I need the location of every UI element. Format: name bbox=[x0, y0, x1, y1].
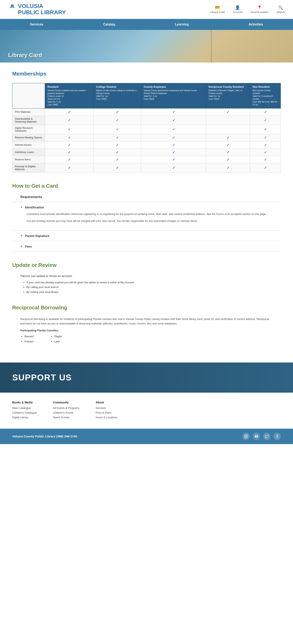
table-row-label: Reserve Items bbox=[12, 156, 45, 163]
footer-link-teens-events[interactable]: Teens' Events bbox=[53, 416, 79, 419]
table-row-label: Interlibrary Loans bbox=[12, 148, 45, 156]
counties-list-2: FlaglerLake bbox=[54, 334, 62, 344]
twitter-icon[interactable] bbox=[263, 433, 270, 440]
update-list-item-1: If your card has already expired you wil… bbox=[26, 280, 281, 285]
checkmark-icon: ✓ bbox=[68, 150, 70, 154]
table-cell-resident: ✓ bbox=[45, 134, 94, 141]
logo[interactable]: VOLUSIA PUBLIC LIBRARY bbox=[8, 3, 66, 16]
support-us-section: SUPPORT US bbox=[0, 362, 293, 393]
search-label: Search bbox=[276, 10, 285, 14]
table-cell-college: ✓ bbox=[94, 163, 141, 172]
accordion-fees[interactable]: + Fees bbox=[12, 241, 281, 252]
memberships-title: Memberships bbox=[12, 71, 281, 77]
footer-link-digital-library[interactable]: Digital Library bbox=[12, 416, 36, 419]
membership-table: Resident Volusia County residents and no… bbox=[12, 83, 281, 172]
update-list: If your card has already expired you wil… bbox=[12, 280, 281, 294]
table-cell-nonresident: ✓ bbox=[250, 116, 281, 125]
checkmark-icon: ✓ bbox=[68, 128, 70, 131]
table-cell-reciprocal: ✓ bbox=[206, 141, 250, 148]
checkmark-icon: ✓ bbox=[116, 158, 118, 162]
table-cell-reciprocal: ✓ bbox=[206, 108, 250, 116]
footer-link-all-events[interactable]: All Events & Programs bbox=[53, 406, 79, 410]
hours-location-nav[interactable]: 📍 Hours/Location bbox=[250, 5, 268, 14]
table-cell-county_employee: ✓ bbox=[141, 134, 206, 141]
instagram-icon[interactable] bbox=[242, 433, 250, 440]
footer-link-childrens-catalogue[interactable]: Children's Catalogue bbox=[12, 411, 36, 414]
checkmark-icon: ✓ bbox=[264, 136, 267, 140]
table-header-empty bbox=[12, 83, 45, 108]
checkmark-icon: ✓ bbox=[116, 143, 118, 147]
table-cell-college: ✓ bbox=[94, 134, 141, 141]
update-list-item-3: By visiting your local library bbox=[26, 290, 281, 294]
checkmark-icon: ✓ bbox=[227, 110, 229, 114]
search-nav[interactable]: 🔍 Search bbox=[276, 5, 285, 14]
checkmark-icon: ✓ bbox=[172, 136, 175, 140]
account-nav[interactable]: 👤 Account bbox=[233, 5, 242, 14]
table-row: Reserve Items✓✓✓✓✓ bbox=[12, 156, 281, 163]
footer-col-books-media: Books & Media Main Catalogue Children's … bbox=[12, 401, 36, 420]
activities-nav-item[interactable]: Activities bbox=[236, 19, 275, 30]
table-cell-county_employee: ✓ bbox=[141, 163, 206, 172]
site-header: VOLUSIA PUBLIC LIBRARY 💳 Library Card 👤 … bbox=[0, 0, 293, 19]
checkmark-icon: ✓ bbox=[264, 166, 267, 170]
table-cell-reciprocal bbox=[206, 116, 250, 125]
footer-col-community: Community All Events & Programs Children… bbox=[53, 401, 79, 420]
table-row-label: Print Materials bbox=[12, 108, 45, 116]
facebook-icon[interactable] bbox=[274, 433, 281, 440]
table-cell-nonresident: ✓ bbox=[250, 156, 281, 163]
table-cell-nonresident: ✓ bbox=[250, 163, 281, 172]
update-review-section: Update or Review Patrons can update or r… bbox=[12, 262, 281, 294]
checkmark-icon: ✓ bbox=[172, 128, 175, 131]
library-card-nav[interactable]: 💳 Library Card bbox=[210, 5, 225, 14]
checkmark-icon: ✓ bbox=[264, 110, 267, 114]
support-us-title: SUPPORT US bbox=[12, 373, 281, 382]
catalog-nav-item[interactable]: Catalog bbox=[91, 19, 127, 30]
footer-community-title: Community bbox=[53, 401, 79, 404]
table-cell-nonresident: ✓ bbox=[250, 148, 281, 156]
footer-link-main-catalogue[interactable]: Main Catalogue bbox=[12, 406, 36, 410]
accordion-identification-content: Customers must provide identification wh… bbox=[20, 210, 273, 227]
svg-point-5 bbox=[246, 435, 247, 436]
table-cell-college: ✓ bbox=[94, 148, 141, 156]
youtube-icon[interactable] bbox=[253, 433, 260, 440]
table-cell-resident: ✓ bbox=[45, 148, 94, 156]
table-cell-college: ✓ bbox=[94, 116, 141, 125]
footer-about-title: About bbox=[96, 401, 117, 404]
social-icons-group bbox=[242, 433, 281, 440]
checkmark-icon: ✓ bbox=[68, 118, 70, 122]
accordion-parent-signature[interactable]: + Parent Signature bbox=[12, 230, 281, 241]
footer-link-services[interactable]: Services bbox=[96, 406, 117, 410]
accordion-parent-signature-header[interactable]: + Parent Signature bbox=[20, 234, 273, 238]
accordion-plus-icon-3: + bbox=[20, 244, 22, 248]
table-row: Print Materials✓✓✓✓✓ bbox=[12, 108, 281, 116]
accordion-identification-header[interactable]: + Identification bbox=[20, 205, 273, 210]
services-nav-item[interactable]: Services bbox=[18, 19, 56, 30]
checkmark-icon: ✓ bbox=[116, 118, 118, 122]
checkmark-icon: ✓ bbox=[264, 128, 267, 131]
county-item: Putnam bbox=[24, 339, 34, 344]
table-cell-reciprocal: ✓ bbox=[206, 148, 250, 156]
search-icon: 🔍 bbox=[278, 5, 283, 10]
table-header-resident: Resident Volusia County residents and no… bbox=[45, 83, 94, 108]
checkmark-icon: ✓ bbox=[227, 166, 229, 170]
county-item: Flagler bbox=[54, 334, 62, 339]
accordion-fees-header[interactable]: + Fees bbox=[20, 244, 273, 248]
checkmark-icon: ✓ bbox=[227, 143, 229, 147]
table-row-label: Internet Access bbox=[12, 141, 45, 148]
accordion-identification[interactable]: + Identification Customers must provide … bbox=[12, 202, 281, 230]
footer-link-fees-fines[interactable]: Fees & Fines bbox=[96, 411, 117, 414]
table-cell-college: ✓ bbox=[94, 125, 141, 134]
footer-link-childrens-events[interactable]: Children's Events bbox=[53, 411, 79, 414]
table-cell-college: ✓ bbox=[94, 156, 141, 163]
learning-nav-item[interactable]: Learning bbox=[163, 19, 201, 30]
footer-link-hours-locations[interactable]: Hours & Locations bbox=[96, 416, 117, 419]
table-cell-nonresident: ✓ bbox=[250, 125, 281, 134]
table-cell-county_employee: ✓ bbox=[141, 125, 206, 134]
main-navigation: Services Catalog Learning Activities bbox=[0, 19, 293, 30]
checkmark-icon: ✓ bbox=[172, 166, 175, 170]
table-cell-college: ✓ bbox=[94, 141, 141, 148]
table-cell-resident: ✓ bbox=[45, 141, 94, 148]
account-label: Account bbox=[233, 10, 242, 14]
accordion-plus-icon-2: + bbox=[20, 234, 22, 238]
table-cell-county_employee: ✓ bbox=[141, 156, 206, 163]
